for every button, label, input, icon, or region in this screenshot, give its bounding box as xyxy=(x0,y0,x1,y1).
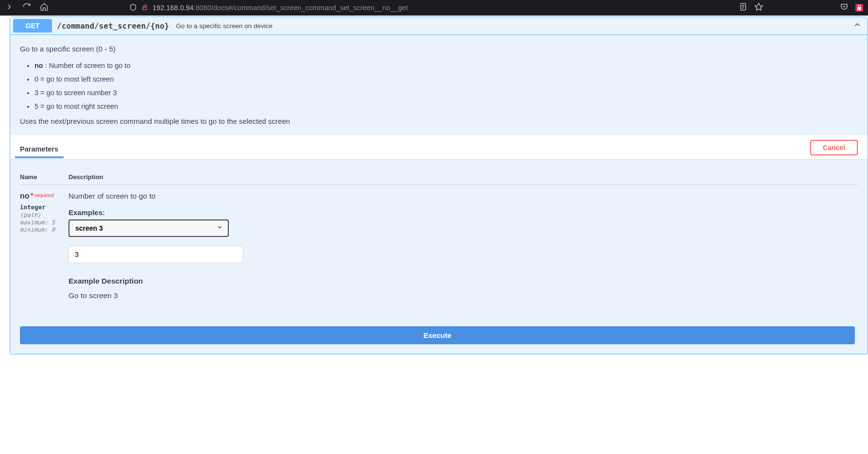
operation-block: GET /command/set_screen/{no} Go to a spe… xyxy=(10,17,868,354)
description-sub: Uses the next/previous screen command mu… xyxy=(20,117,858,125)
http-method-badge: GET xyxy=(13,19,52,33)
column-description: Description xyxy=(68,173,103,181)
list-item: 5 = go to most right screen xyxy=(34,102,858,110)
table-row: no*required integer (path) maximum: 5 mi… xyxy=(20,185,858,307)
chevron-up-icon[interactable] xyxy=(853,20,862,31)
required-star: * xyxy=(31,192,34,200)
example-description: Go to screen 3 xyxy=(68,291,858,300)
param-in: (path) xyxy=(20,212,68,219)
url-path: /docs#/command/set_screen_command_set_sc… xyxy=(211,4,408,12)
description-intro: Go to a specific screen (0 - 5) xyxy=(20,44,858,55)
description-list: no : Number of screen to go to 0 = go to… xyxy=(34,62,858,110)
pocket-icon[interactable] xyxy=(840,2,849,13)
param-description: Number of screen to go to xyxy=(68,192,858,201)
operation-summary-text: Go to a specific screen on device xyxy=(176,22,272,30)
param-table-header: Name Description xyxy=(20,168,858,185)
url-text[interactable]: 192.168.0.94:8080/docs#/command/set_scre… xyxy=(153,4,408,12)
examples-select[interactable]: screen 3 xyxy=(68,219,229,237)
url-host: 192.168.0.94 xyxy=(153,4,194,12)
operation-path: /command/set_screen/{no} xyxy=(57,21,169,31)
shield-icon[interactable] xyxy=(129,3,137,13)
parameters-header: Parameters Cancel xyxy=(10,135,868,160)
url-port: :8080 xyxy=(194,4,211,12)
list-item: 0 = go to most left screen xyxy=(34,75,858,83)
list-item: no : Number of screen to go to xyxy=(34,62,858,69)
reader-mode-icon[interactable] xyxy=(739,2,748,13)
column-name: Name xyxy=(20,173,68,181)
bookmark-star-icon[interactable] xyxy=(754,2,763,13)
param-minimum: minimum: 0 xyxy=(20,226,68,233)
forward-icon[interactable] xyxy=(5,2,14,13)
insecure-lock-icon[interactable] xyxy=(141,3,149,13)
param-name: no xyxy=(20,192,30,200)
param-value-input[interactable] xyxy=(68,246,243,263)
required-label: required xyxy=(34,192,54,198)
param-type: integer xyxy=(20,203,68,211)
param-maximum: maximum: 5 xyxy=(20,219,68,226)
home-icon[interactable] xyxy=(40,2,49,13)
tab-parameters[interactable]: Parameters xyxy=(20,141,58,158)
svg-rect-6 xyxy=(857,7,861,11)
security-badge-icon[interactable] xyxy=(855,4,863,12)
browser-toolbar: 192.168.0.94:8080/docs#/command/set_scre… xyxy=(0,0,868,16)
reload-icon[interactable] xyxy=(22,2,31,13)
operation-summary[interactable]: GET /command/set_screen/{no} Go to a spe… xyxy=(10,17,868,35)
example-description-label: Example Description xyxy=(68,277,858,286)
examples-label: Examples: xyxy=(68,208,858,217)
execute-button[interactable]: Execute xyxy=(20,326,855,344)
cancel-button[interactable]: Cancel xyxy=(810,140,858,155)
list-item: 3 = go to screen number 3 xyxy=(34,89,858,97)
